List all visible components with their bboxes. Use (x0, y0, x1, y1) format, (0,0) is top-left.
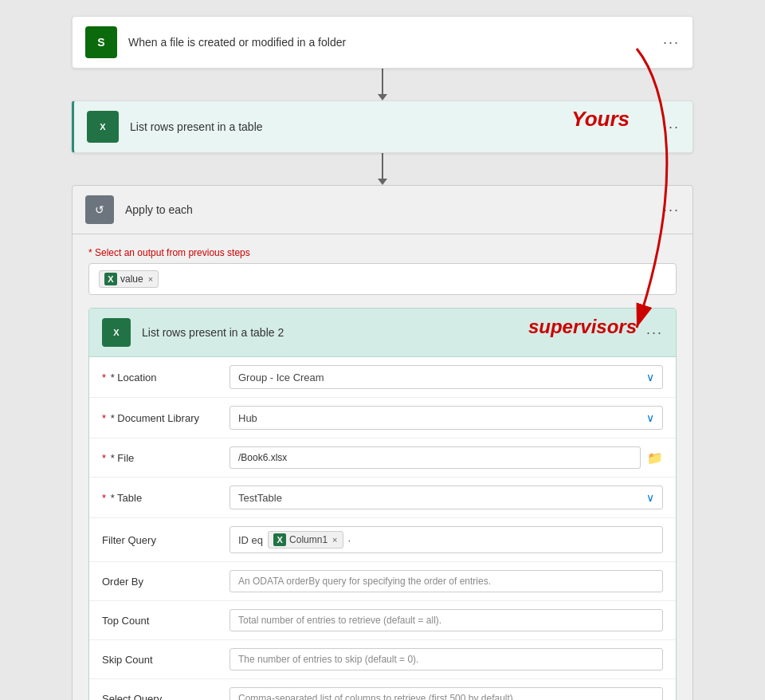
filter-chip-close[interactable]: × (332, 535, 337, 545)
file-text: /Book6.xlsx (238, 452, 287, 463)
apply-body: * Select an output from previous steps X… (73, 234, 692, 700)
select-query-label: Select Query (102, 693, 230, 701)
filter-query-label: Filter Query (102, 534, 230, 546)
table-text: TestTable (238, 492, 282, 504)
table-label: * * Table (102, 492, 230, 504)
order-by-input[interactable]: An ODATA orderBy query for specifying th… (230, 570, 663, 592)
apply-to-each-container: ↺ Apply to each ··· * Select an output f… (72, 185, 693, 700)
inner-block-wrapper: X List rows present in a table 2 ··· * *… (88, 308, 677, 700)
loop-symbol: ↺ (95, 203, 104, 216)
filter-chip-letter: X (277, 535, 282, 545)
doc-library-value: Hub ∨ (230, 406, 663, 430)
top-count-input[interactable]: Total number of entries to retrieve (def… (230, 609, 663, 631)
location-dropdown[interactable]: Group - Ice Cream ∨ (230, 365, 663, 389)
list-rows-1-container: X List rows present in a table ··· Yours (72, 100, 693, 153)
file-value: /Book6.xlsx 📁 (230, 446, 663, 469)
location-text: Group - Ice Cream (238, 372, 324, 383)
table-value: TestTable ∨ (230, 486, 663, 509)
loop-icon: ↺ (85, 195, 114, 224)
select-output-label: * Select an output from previous steps (88, 247, 677, 258)
location-value: Group - Ice Cream ∨ (230, 365, 663, 389)
filter-prefix: ID eq (238, 534, 263, 546)
filter-query-value: ID eq X Column1 × · (230, 526, 663, 553)
select-query-value: Comma-separated list of columns to retri… (230, 687, 663, 700)
excel-icon-1: X (87, 111, 119, 143)
field-row-table: * * Table TestTable ∨ (89, 478, 676, 518)
field-row-select-query: Select Query Comma-separated list of col… (89, 679, 676, 700)
value-chip-container[interactable]: X value × (88, 263, 677, 295)
excel-letter-2: X (113, 328, 119, 337)
skip-count-label: Skip Count (102, 654, 230, 666)
doc-library-label: * * Document Library (102, 412, 230, 424)
field-row-location: * * Location Group - Ice Cream ∨ (89, 357, 676, 398)
sharepoint-icon: S (85, 26, 117, 58)
arrow-1 (378, 69, 387, 100)
file-input[interactable]: /Book6.xlsx (230, 446, 641, 469)
doc-library-arrow: ∨ (646, 411, 654, 424)
trigger-block: S When a file is created or modified in … (72, 16, 693, 69)
order-by-placeholder: An ODATA orderBy query for specifying th… (238, 576, 491, 587)
table-arrow: ∨ (646, 491, 654, 504)
apply-header: ↺ Apply to each ··· (73, 186, 692, 234)
table-dropdown[interactable]: TestTable ∨ (230, 486, 663, 509)
inner-action-container: X List rows present in a table 2 ··· * *… (88, 308, 677, 700)
filter-query-field[interactable]: ID eq X Column1 × · (230, 526, 663, 553)
select-query-input[interactable]: Comma-separated list of columns to retri… (230, 687, 663, 700)
supervisors-annotation: supervisors (528, 316, 637, 338)
skip-count-placeholder: The number of entries to skip (default =… (238, 654, 418, 665)
arrow-2 (378, 153, 387, 185)
yours-annotation: Yours (571, 107, 630, 132)
location-arrow: ∨ (646, 371, 654, 383)
order-by-value: An ODATA orderBy query for specifying th… (230, 570, 663, 592)
inner-block-menu[interactable]: ··· (646, 324, 663, 341)
chip-excel-letter: X (108, 274, 113, 284)
top-count-value: Total number of entries to retrieve (def… (230, 609, 663, 631)
field-row-top-count: Top Count Total number of entries to ret… (89, 601, 676, 640)
inner-action-body: * * Location Group - Ice Cream ∨ (89, 357, 676, 700)
value-chip: X value × (99, 270, 159, 288)
chip-excel-icon: X (104, 273, 117, 285)
skip-count-value: The number of entries to skip (default =… (230, 648, 663, 671)
location-label: * * Location (102, 372, 230, 383)
chip-value-label: value (120, 273, 143, 285)
excel-icon-2: X (102, 318, 131, 347)
filter-chip-icon: X (273, 533, 286, 546)
top-count-placeholder: Total number of entries to retrieve (def… (238, 615, 441, 626)
folder-icon[interactable]: 📁 (647, 450, 663, 466)
field-row-doc-library: * * Document Library Hub ∨ (89, 398, 676, 438)
order-by-label: Order By (102, 576, 230, 588)
field-row-filter-query: Filter Query ID eq X Column1 (89, 518, 676, 562)
field-row-skip-count: Skip Count The number of entries to skip… (89, 640, 676, 679)
filter-chip-text: Column1 (289, 534, 328, 545)
doc-library-dropdown[interactable]: Hub ∨ (230, 406, 663, 430)
trigger-label: When a file is created or modified in a … (128, 36, 663, 49)
list-rows-1-menu[interactable]: ··· (663, 119, 680, 136)
chip-close[interactable]: × (148, 274, 153, 284)
excel-letter-1: X (100, 122, 105, 132)
skip-count-input[interactable]: The number of entries to skip (default =… (230, 648, 663, 671)
doc-library-text: Hub (238, 412, 257, 424)
top-count-label: Top Count (102, 615, 230, 627)
trigger-menu[interactable]: ··· (663, 34, 680, 51)
file-label: * * File (102, 452, 230, 464)
select-query-placeholder: Comma-separated list of columns to retri… (238, 693, 516, 700)
field-row-file: * * File /Book6.xlsx 📁 (89, 438, 676, 478)
sp-letter: S (97, 36, 104, 49)
apply-header-label: Apply to each (125, 203, 663, 216)
filter-chip: X Column1 × (268, 531, 343, 549)
field-row-order-by: Order By An ODATA orderBy query for spec… (89, 562, 676, 601)
apply-menu[interactable]: ··· (663, 202, 680, 218)
